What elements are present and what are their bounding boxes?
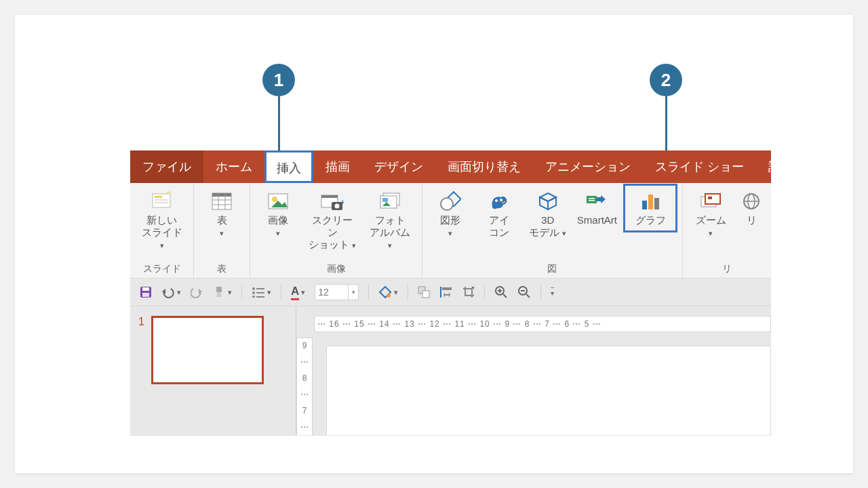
crop-button[interactable]	[462, 286, 475, 298]
zoom-out-icon	[517, 285, 531, 299]
align-icon	[439, 285, 453, 299]
align-button[interactable]	[439, 285, 453, 299]
new-slide-label: 新しいスライド ▾	[138, 214, 185, 251]
slide-canvas[interactable]	[326, 346, 771, 436]
chart-label: グラフ	[635, 214, 666, 226]
svg-rect-2	[155, 199, 168, 201]
svg-point-52	[252, 291, 255, 294]
photo-album-icon	[378, 190, 401, 213]
svg-rect-61	[442, 287, 452, 290]
slide-thumbnail-preview	[151, 316, 264, 384]
ribbon-group-links-label: リ	[688, 262, 766, 275]
tab-draw[interactable]: 描画	[313, 150, 362, 183]
svg-point-26	[500, 199, 502, 201]
tab-animation[interactable]: アニメーション	[533, 150, 643, 183]
new-slide-icon	[151, 190, 174, 213]
smartart-icon	[585, 190, 608, 213]
font-size-box[interactable]: ▾	[315, 284, 359, 300]
zoom-in-button[interactable]	[494, 285, 508, 299]
ribbon-group-slides: 新しいスライド ▾ スライド	[130, 183, 194, 278]
icons-icon	[488, 190, 511, 213]
link-label: リ	[747, 214, 757, 226]
svg-rect-37	[654, 198, 659, 209]
smartart-button[interactable]: SmartArt	[574, 187, 620, 226]
svg-rect-46	[142, 293, 149, 297]
font-size-dropdown[interactable]: ▾	[349, 284, 359, 300]
tab-file[interactable]: ファイル	[130, 150, 203, 183]
svg-marker-28	[540, 193, 556, 201]
svg-rect-35	[642, 201, 647, 209]
zoom-label: ズーム	[696, 214, 726, 226]
ribbon-group-slides-label: スライド	[136, 262, 188, 275]
arrange-button[interactable]	[418, 286, 430, 298]
undo-button[interactable]: ▾	[161, 286, 181, 298]
svg-rect-31	[587, 196, 597, 203]
callout-1: 1	[262, 64, 295, 96]
ribbon-group-illustrations: 図形▾ アイコン 3Dモデル ▾	[422, 183, 683, 278]
qat-customize-button[interactable]: ▾	[551, 287, 554, 297]
svg-rect-32	[589, 198, 595, 199]
svg-rect-3	[155, 202, 168, 203]
tab-insert[interactable]: 挿入	[264, 150, 313, 183]
ribbon-group-tables: 表▾ 表	[194, 183, 250, 278]
photo-album-button[interactable]: フォトアルバム ▾	[364, 187, 416, 251]
tab-record[interactable]: 記録	[756, 150, 771, 183]
zoom-button[interactable]: ズーム▾	[688, 187, 733, 239]
link-button[interactable]: リ	[737, 187, 766, 226]
shapes-icon	[439, 190, 462, 213]
ribbon-group-links: ズーム▾ リ リ	[683, 183, 771, 278]
svg-rect-33	[589, 200, 595, 201]
tab-slideshow[interactable]: スライド ショー	[643, 150, 756, 183]
tab-design[interactable]: デザイン	[362, 150, 435, 183]
svg-rect-39	[705, 194, 720, 204]
screenshot-icon: +	[321, 190, 344, 213]
bullets-button[interactable]: ▾	[252, 287, 271, 298]
svg-marker-29	[540, 197, 548, 209]
svg-marker-63	[449, 292, 450, 298]
svg-rect-6	[212, 193, 231, 197]
ribbon-group-images: 画像▾ + スクリーンショット ▾ フォトアルバム ▾	[250, 183, 422, 278]
font-size-input[interactable]	[315, 284, 349, 300]
tab-transition[interactable]: 画面切り替え	[435, 150, 533, 183]
svg-rect-1	[155, 196, 162, 198]
new-slide-button[interactable]: 新しいスライド ▾	[136, 187, 188, 251]
shape-fill-button[interactable]: ▾	[378, 286, 398, 298]
ribbon-group-images-label: 画像	[256, 262, 416, 275]
svg-marker-4	[166, 191, 172, 194]
font-color-button[interactable]: A▾	[291, 285, 305, 300]
callout-2: 2	[650, 64, 682, 96]
svg-rect-40	[708, 197, 712, 199]
table-button[interactable]: 表▾	[199, 187, 244, 239]
cube-icon	[536, 190, 559, 213]
vertical-ruler: 9 ⋯ 8 ⋯ 7 ⋯ 8	[296, 338, 313, 436]
svg-marker-34	[597, 195, 606, 203]
svg-rect-15	[321, 195, 338, 198]
svg-rect-45	[142, 287, 149, 291]
format-painter-button[interactable]: ▾	[212, 286, 232, 298]
svg-point-17	[335, 204, 340, 209]
slide-thumbnail-1[interactable]: 1	[138, 316, 288, 384]
arrange-icon	[418, 286, 430, 298]
crop-icon	[462, 286, 475, 298]
save-button[interactable]	[140, 286, 152, 298]
zoom-out-button[interactable]	[517, 285, 531, 299]
svg-rect-21	[382, 198, 388, 202]
save-icon	[140, 286, 152, 298]
work-area: 1 ⋯ 16 ⋯ 15 ⋯ 14 ⋯ 13 ⋯ 12 ⋯ 11 ⋯ 10 ⋯ 9…	[130, 306, 771, 436]
3d-models-button[interactable]: 3Dモデル ▾	[526, 187, 570, 239]
tab-home[interactable]: ホーム	[203, 150, 264, 183]
icons-button[interactable]: アイコン	[477, 187, 521, 239]
chart-button[interactable]: グラフ	[625, 186, 675, 230]
shapes-button[interactable]: 図形▾	[428, 187, 473, 239]
redo-button[interactable]	[191, 286, 203, 298]
picture-button[interactable]: 画像▾	[256, 187, 300, 239]
slide-number: 1	[138, 316, 144, 328]
svg-rect-53	[256, 292, 264, 293]
screenshot-button[interactable]: + スクリーンショット ▾	[304, 187, 360, 251]
svg-point-12	[272, 197, 277, 202]
horizontal-ruler: ⋯ 16 ⋯ 15 ⋯ 14 ⋯ 13 ⋯ 12 ⋯ 11 ⋯ 10 ⋯ 9 ⋯…	[314, 316, 771, 332]
picture-label: 画像	[268, 214, 288, 226]
chart-icon	[639, 190, 662, 213]
svg-rect-51	[256, 288, 264, 289]
svg-marker-30	[548, 197, 556, 209]
